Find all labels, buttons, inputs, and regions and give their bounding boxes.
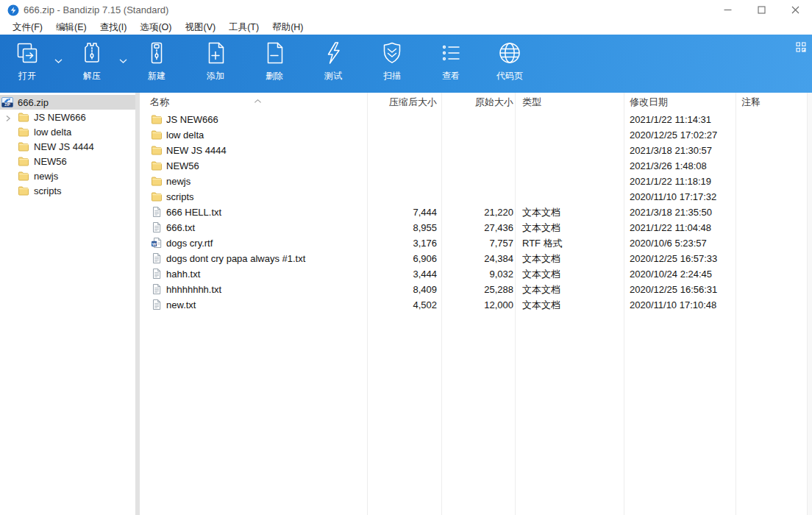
table-row[interactable]: low delta2020/12/25 17:02:27 <box>140 127 807 143</box>
toolbar-extract-dropdown[interactable] <box>113 54 133 67</box>
folder-icon <box>18 185 30 196</box>
toolbar-scan-button[interactable]: 扫描 <box>371 40 413 82</box>
customize-toolbar-icon[interactable] <box>796 42 806 52</box>
toolbar-test-button[interactable]: 测试 <box>313 40 354 82</box>
toolbar-view-button[interactable]: 查看 <box>430 40 471 82</box>
menu-item-view[interactable]: 视图(V) <box>179 21 223 35</box>
file-list-panel: 名称压缩后大小原始大小类型修改日期注释 JS NEW6662021/1/22 1… <box>140 93 807 515</box>
modified-date: 2020/10/24 2:24:45 <box>630 266 712 282</box>
toolbar: 打开解压新建添加删除测试扫描查看代码页 <box>0 35 812 93</box>
bandizip-logo-icon <box>7 4 19 16</box>
toolbar-open-dropdown[interactable] <box>48 54 68 67</box>
new-archive-icon <box>143 40 170 66</box>
column-header-name[interactable]: 名称 <box>150 93 169 112</box>
toolbar-new-button[interactable]: 新建 <box>136 40 177 82</box>
file-name: low delta <box>166 127 204 143</box>
toolbar-codepage-button[interactable]: 代码页 <box>489 40 530 82</box>
file-name: JS NEW666 <box>166 112 218 127</box>
chevron-down-icon <box>54 54 63 67</box>
toolbar-delete-button[interactable]: 删除 <box>254 40 295 82</box>
sidebar-item[interactable]: scripts <box>0 183 135 198</box>
column-header-original-size[interactable]: 原始大小 <box>444 93 513 112</box>
modified-date: 2020/11/10 17:10:48 <box>630 297 716 313</box>
sidebar-item-label: JS NEW666 <box>34 112 86 123</box>
text-file-icon <box>151 221 163 233</box>
column-header-comment[interactable]: 注释 <box>741 93 761 112</box>
view-list-icon <box>438 40 464 66</box>
original-size: 7,757 <box>444 235 513 251</box>
table-row[interactable]: NEW562021/3/26 1:48:08 <box>140 158 807 174</box>
scan-shield-icon <box>379 40 405 66</box>
minimize-button[interactable] <box>710 0 744 21</box>
window-controls <box>710 0 812 21</box>
column-header-packed-size[interactable]: 压缩后大小 <box>360 93 437 112</box>
column-header-row: 名称压缩后大小原始大小类型修改日期注释 <box>140 93 807 112</box>
table-row[interactable]: hahh.txt3,4449,032文本文档2020/10/24 2:24:45 <box>140 266 807 282</box>
close-button[interactable] <box>778 0 812 21</box>
modified-date: 2020/12/25 17:02:27 <box>630 127 717 143</box>
menu-item-edit[interactable]: 编辑(E) <box>49 21 93 35</box>
table-row[interactable]: scripts2020/11/10 17:17:32 <box>140 189 807 205</box>
window-title: 666.zip - Bandizip 7.15 (Standard) <box>24 0 168 21</box>
table-row[interactable]: dogs dont cry papa always #1.txt6,90624,… <box>140 251 807 266</box>
modified-date: 2020/10/6 5:23:57 <box>630 235 707 251</box>
packed-size: 8,409 <box>360 282 437 297</box>
file-name: NEW56 <box>166 158 199 174</box>
original-size: 9,032 <box>444 266 513 282</box>
sidebar-item[interactable]: low delta <box>0 124 135 139</box>
table-row[interactable]: JS NEW6662021/1/22 11:14:31 <box>140 112 807 127</box>
chevron-down-icon <box>119 54 127 67</box>
table-row[interactable]: NEW JS 44442021/3/18 21:30:57 <box>140 143 807 158</box>
packed-size: 7,444 <box>360 205 437 220</box>
file-name: hhhhhhhh.txt <box>166 282 221 297</box>
table-row[interactable]: new.txt4,50212,000文本文档2020/11/10 17:10:4… <box>140 297 807 313</box>
folder-icon <box>151 160 163 171</box>
modified-date: 2021/1/22 11:04:48 <box>630 220 711 235</box>
toolbar-extract-label: 解压 <box>83 70 101 82</box>
sidebar-item[interactable]: JS NEW666 <box>0 110 135 124</box>
modified-date: 2021/1/22 11:18:19 <box>630 174 711 189</box>
archive-tree-panel: ZIP666.zipJS NEW666low deltaNEW JS 4444N… <box>0 93 135 515</box>
column-header-modified[interactable]: 修改日期 <box>630 93 668 112</box>
modified-date: 2021/3/18 21:30:57 <box>630 143 712 158</box>
file-name: 666.txt <box>166 220 195 235</box>
modified-date: 2020/12/25 16:57:33 <box>630 251 717 266</box>
sidebar-item[interactable]: NEW56 <box>0 154 135 168</box>
sidebar-item[interactable]: newjs <box>0 168 135 183</box>
table-row[interactable]: newjs2021/1/22 11:18:19 <box>140 174 807 189</box>
toolbar-open-button[interactable]: 打开 <box>7 40 48 82</box>
original-size: 21,220 <box>444 205 513 220</box>
folder-icon <box>18 155 30 167</box>
column-header-type[interactable]: 类型 <box>522 93 541 112</box>
sidebar-item[interactable]: NEW JS 4444 <box>0 139 135 154</box>
extract-icon <box>79 40 105 66</box>
open-icon <box>14 40 40 66</box>
menu-item-options[interactable]: 选项(O) <box>133 21 178 35</box>
menu-item-file[interactable]: 文件(F) <box>6 21 49 35</box>
menu-item-find[interactable]: 查找(I) <box>93 21 134 35</box>
sidebar-root-label: 666.zip <box>18 97 49 108</box>
title-bar[interactable]: 666.zip - Bandizip 7.15 (Standard) <box>0 0 812 21</box>
tree-expand-chevron-icon[interactable] <box>5 113 13 121</box>
table-row[interactable]: Wdogs cry.rtf3,1767,757RTF 格式2020/10/6 5… <box>140 235 807 251</box>
table-row[interactable]: 666 HELL.txt7,44421,220文本文档2021/3/18 21:… <box>140 205 807 220</box>
file-name: hahh.txt <box>166 266 200 282</box>
file-type: 文本文档 <box>522 220 560 235</box>
vertical-scrollbar[interactable] <box>807 93 812 515</box>
toolbar-test-label: 测试 <box>324 70 342 82</box>
modified-date: 2021/3/26 1:48:08 <box>630 158 707 174</box>
original-size: 25,288 <box>444 282 513 297</box>
sidebar-item-label: newjs <box>34 171 58 182</box>
menu-item-help[interactable]: 帮助(H) <box>266 21 310 35</box>
folder-icon <box>151 113 163 125</box>
sidebar-root-archive[interactable]: ZIP666.zip <box>0 95 135 110</box>
file-name: newjs <box>166 174 190 189</box>
toolbar-add-button[interactable]: 添加 <box>195 40 236 82</box>
table-row[interactable]: 666.txt8,95527,436文本文档2021/1/22 11:04:48 <box>140 220 807 235</box>
file-type: 文本文档 <box>522 282 560 297</box>
sidebar-item-label: scripts <box>34 185 62 196</box>
table-row[interactable]: hhhhhhhh.txt8,40925,288文本文档2020/12/25 16… <box>140 282 807 297</box>
maximize-button[interactable] <box>744 0 778 21</box>
toolbar-extract-button[interactable]: 解压 <box>71 40 113 82</box>
menu-item-tools[interactable]: 工具(T) <box>222 21 266 35</box>
